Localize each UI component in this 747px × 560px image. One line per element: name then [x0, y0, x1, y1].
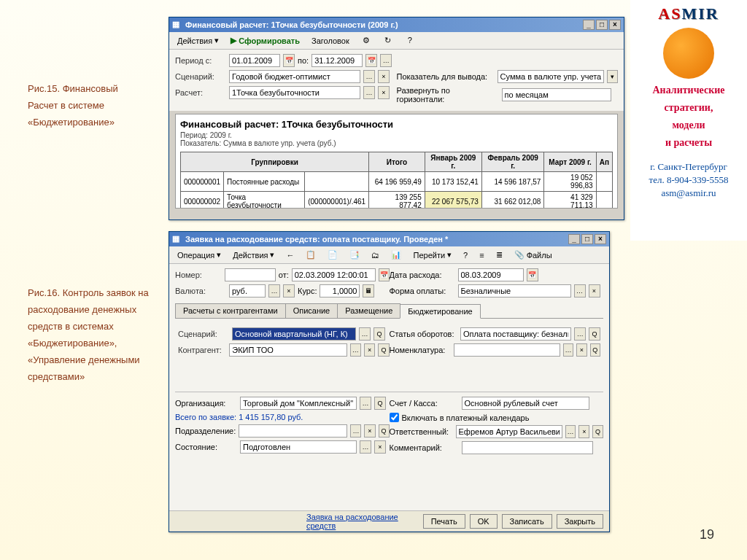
- nomenclature-input[interactable]: [454, 343, 560, 357]
- clear-button[interactable]: ×: [364, 424, 375, 438]
- ellipsis-button[interactable]: …: [380, 54, 392, 67]
- ellipsis-button[interactable]: …: [350, 343, 361, 357]
- period-from-input[interactable]: [229, 54, 280, 67]
- tab-placement[interactable]: Размещение: [337, 303, 400, 318]
- open-button[interactable]: Q: [374, 327, 385, 341]
- clear-button[interactable]: ×: [374, 440, 386, 454]
- table-row[interactable]: 000000001 Постоянные расходы 64 196 959,…: [181, 172, 613, 192]
- minimize-button[interactable]: _: [583, 20, 595, 30]
- ellipsis-button[interactable]: …: [574, 284, 586, 298]
- actions-menu[interactable]: Действия ▾: [228, 248, 279, 262]
- ellipsis-button[interactable]: …: [268, 284, 280, 298]
- ok-button[interactable]: OK: [470, 514, 498, 529]
- clear-button[interactable]: ×: [576, 343, 587, 357]
- toolbar-icon[interactable]: 📋: [301, 248, 321, 262]
- clear-button[interactable]: ×: [364, 343, 375, 357]
- help-icon[interactable]: ?: [458, 248, 473, 262]
- expense-date-input[interactable]: [458, 268, 524, 281]
- indicator-input[interactable]: [498, 70, 604, 83]
- titlebar[interactable]: ▦ Финансовый расчет: 1Точка безубыточнос…: [169, 18, 624, 32]
- ellipsis-button[interactable]: …: [363, 86, 375, 99]
- maximize-button[interactable]: □: [596, 20, 608, 30]
- ellipsis-button[interactable]: …: [350, 424, 361, 438]
- clear-button[interactable]: ×: [378, 86, 390, 99]
- dropdown-icon[interactable]: ▾: [607, 70, 618, 83]
- calendar-icon[interactable]: 📅: [365, 54, 377, 67]
- close-button[interactable]: ×: [595, 234, 606, 244]
- article-input[interactable]: [460, 327, 572, 341]
- help-icon[interactable]: ?: [400, 34, 420, 48]
- open-button[interactable]: Q: [589, 327, 600, 341]
- calendar-icon[interactable]: 📅: [527, 268, 538, 281]
- header-button[interactable]: Заголовок: [306, 34, 355, 48]
- number-input[interactable]: [225, 268, 276, 281]
- ellipsis-button[interactable]: …: [563, 343, 573, 357]
- calc-input[interactable]: [229, 86, 360, 99]
- clear-button[interactable]: ×: [378, 70, 390, 83]
- calendar-icon[interactable]: 📅: [283, 54, 295, 67]
- refresh-icon[interactable]: ↻: [378, 34, 398, 48]
- tab-budgeting[interactable]: Бюджетирование: [400, 304, 480, 319]
- operation-menu[interactable]: Операция ▾: [172, 248, 226, 262]
- status-input[interactable]: [240, 440, 357, 454]
- contragent-label: Контрагент:: [178, 346, 226, 354]
- clear-button[interactable]: ×: [283, 284, 295, 298]
- open-button[interactable]: Q: [378, 343, 389, 357]
- open-button[interactable]: Q: [592, 425, 603, 438]
- minimize-button[interactable]: _: [568, 234, 580, 244]
- payform-input[interactable]: [458, 284, 571, 298]
- dept-input[interactable]: [239, 424, 347, 438]
- ellipsis-button[interactable]: …: [363, 70, 375, 83]
- clear-button[interactable]: ×: [589, 284, 600, 298]
- toolbar-icon[interactable]: 📊: [386, 248, 406, 262]
- close-button[interactable]: ×: [609, 20, 621, 30]
- tab-settlements[interactable]: Расчеты с контрагентами: [175, 303, 286, 318]
- toolbar-icon[interactable]: ≣: [491, 248, 508, 262]
- calendar-checkbox[interactable]: [390, 413, 399, 422]
- account-label: Счет / Касса:: [390, 399, 459, 408]
- currency-input[interactable]: [229, 284, 266, 298]
- ellipsis-button[interactable]: …: [360, 397, 371, 410]
- open-button[interactable]: Q: [379, 424, 390, 438]
- open-button[interactable]: Q: [374, 397, 386, 410]
- calc-icon[interactable]: 🖩: [363, 284, 374, 298]
- rate-input[interactable]: [320, 284, 360, 298]
- ellipsis-button[interactable]: …: [574, 327, 586, 341]
- ellipsis-button[interactable]: …: [565, 425, 576, 438]
- toolbar-icon[interactable]: ⚙: [356, 34, 376, 48]
- ellipsis-button[interactable]: …: [360, 440, 371, 454]
- clear-button[interactable]: ×: [578, 425, 589, 438]
- print-button[interactable]: Печать: [423, 514, 465, 529]
- footer-link[interactable]: Заявка на расходование средств: [306, 513, 419, 530]
- toolbar-icon[interactable]: 📑: [344, 248, 365, 262]
- window-title: Заявка на расходование средств: оплата п…: [185, 235, 448, 244]
- scenario-input[interactable]: [232, 327, 356, 341]
- titlebar[interactable]: ▦ Заявка на расходование средств: оплата…: [169, 232, 609, 246]
- toolbar-icon[interactable]: 📄: [322, 248, 343, 262]
- open-button[interactable]: Q: [590, 343, 600, 357]
- files-button[interactable]: 📎 Файлы: [509, 248, 557, 262]
- account-input[interactable]: [462, 397, 589, 410]
- maximize-button[interactable]: □: [581, 234, 593, 244]
- responsible-input[interactable]: [456, 425, 562, 438]
- contragent-input[interactable]: [229, 343, 347, 357]
- org-input[interactable]: [240, 397, 357, 410]
- toolbar-icon[interactable]: ≡: [474, 248, 489, 262]
- date-from-input[interactable]: [292, 268, 376, 281]
- ellipsis-button[interactable]: …: [359, 327, 371, 341]
- scenario-input[interactable]: [229, 70, 360, 83]
- comment-input[interactable]: [462, 441, 593, 454]
- tab-description[interactable]: Описание: [285, 303, 338, 318]
- expand-input[interactable]: [502, 88, 611, 101]
- actions-menu[interactable]: Действия ▾: [172, 34, 224, 48]
- toolbar-icon[interactable]: 🗂: [366, 248, 384, 262]
- generate-button[interactable]: ▶ Сформировать: [225, 34, 305, 48]
- close-button[interactable]: Закрыть: [557, 514, 603, 529]
- status-label: Состояние:: [175, 443, 237, 451]
- calendar-icon[interactable]: 📅: [379, 268, 390, 281]
- save-button[interactable]: Записать: [502, 514, 552, 529]
- toolbar-icon[interactable]: ←: [281, 248, 299, 262]
- table-row[interactable]: 000000002 Точка безубыточности (00000000…: [181, 192, 613, 209]
- period-to-input[interactable]: [311, 54, 363, 67]
- goto-menu[interactable]: Перейти ▾: [408, 248, 457, 262]
